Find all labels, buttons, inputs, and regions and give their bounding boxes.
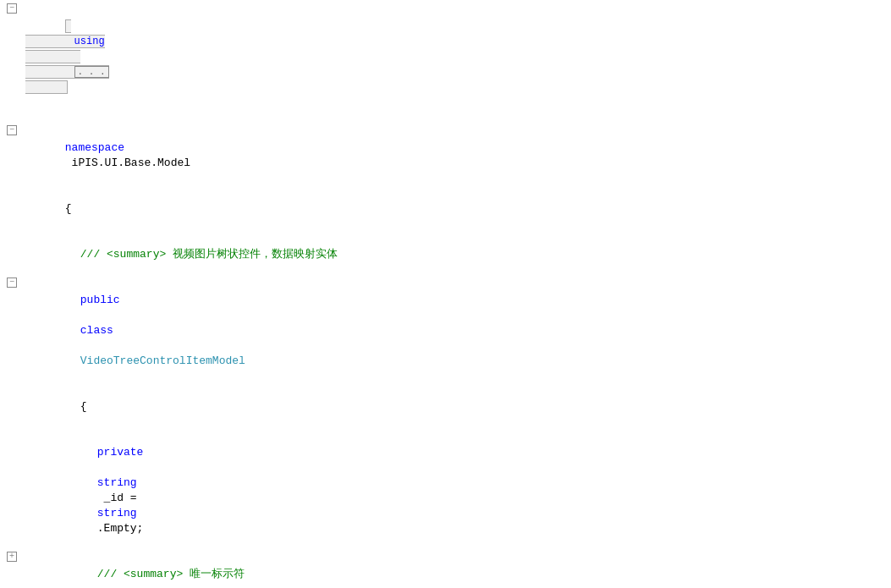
using-content: using . . . — [24, 3, 891, 110]
collapse-unique[interactable]: + — [0, 552, 24, 562]
code-editor: − using . . . − namespace iPIS.UI.Base.M… — [0, 0, 891, 588]
minus-icon: − — [7, 3, 17, 14]
minus-icon-ns: − — [7, 125, 17, 135]
brace-class: { — [80, 400, 87, 413]
open-brace-class: { — [0, 384, 891, 430]
brace-ns: { — [65, 202, 72, 215]
collapse-namespace[interactable]: − — [0, 125, 24, 135]
blank-line-1 — [0, 110, 891, 125]
namespace-keyword: namespace — [65, 141, 124, 154]
class-kw: class — [80, 324, 113, 337]
namespace-name: iPIS.UI.Base.Model — [65, 157, 190, 169]
comment-unique: /// <summary> 唯一标示符 — [97, 568, 245, 580]
open-brace-ns: { — [0, 186, 891, 232]
using-line: − using . . . — [0, 3, 891, 110]
summary-video-class: /// <summary> 视频图片树状控件，数据映射实体 — [0, 232, 891, 278]
using-ellipsis: . . . — [74, 66, 109, 78]
namespace-line: − namespace iPIS.UI.Base.Model — [0, 125, 891, 186]
collapse-using[interactable]: − — [0, 3, 24, 14]
plus-icon-unique: + — [7, 552, 17, 562]
using-keyword: using — [74, 36, 105, 47]
class-decl-line: − public class VideoTreeControlItemModel — [0, 278, 891, 384]
private-id-line: private string _id = string .Empty; — [0, 430, 891, 552]
summary-unique: + /// <summary> 唯一标示符 — [0, 552, 891, 588]
namespace-content: namespace iPIS.UI.Base.Model — [24, 125, 891, 186]
comment-video-class: /// <summary> 视频图片树状控件，数据映射实体 — [80, 248, 338, 261]
collapse-class[interactable]: − — [0, 278, 24, 288]
minus-icon-class: − — [7, 278, 17, 288]
class-name: VideoTreeControlItemModel — [80, 354, 245, 367]
public-kw: public — [80, 294, 120, 306]
